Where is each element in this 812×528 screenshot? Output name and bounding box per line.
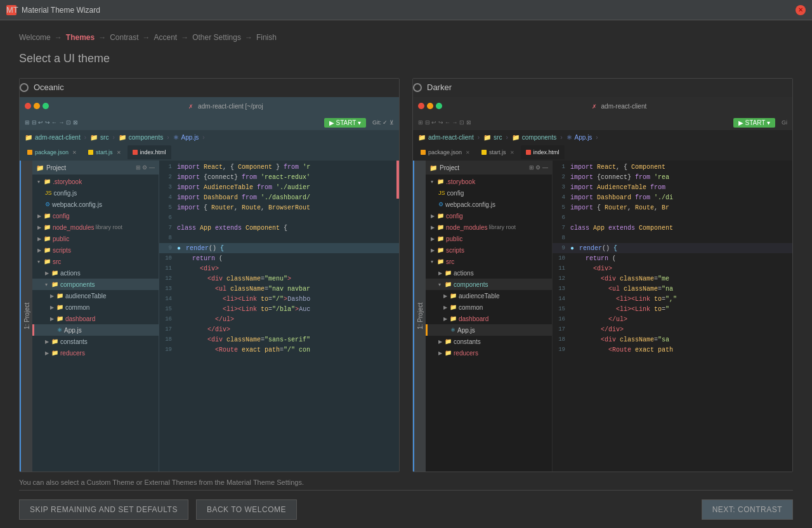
ide-mockup-darker: ✗ adm-react-client ⊞ ⊟ ↩ ↪ ← → ⊡ ⊠ ▶ STA…	[413, 97, 792, 472]
dcode-line-7: 7 class App extends Component	[553, 223, 792, 233]
ide-content-oceanic: 1: Project 📁 Project ⊞ ⚙ — ▾	[20, 161, 399, 472]
theme-label-darker[interactable]: Darker	[413, 79, 792, 97]
code-line-8: 8	[159, 233, 399, 243]
code-lines-oceanic: 1 import React, { Component } from 'r 2 …	[159, 161, 399, 472]
theme-name-darker: Darker	[427, 82, 452, 92]
tree-components-oceanic[interactable]: ▾ 📁 components	[32, 279, 159, 290]
tree-webpack-darker[interactable]: ⚙ webpack.config.js	[426, 199, 552, 210]
breadcrumb-other-settings[interactable]: Other Settings	[192, 33, 241, 42]
vertical-tab-darker[interactable]: 1: Project	[413, 161, 426, 472]
tab-package-json-darker[interactable]: package.json ✕	[416, 145, 475, 159]
ide-mockup-oceanic: ✗ adm-react-client [~/proj ⊞ ⊟ ↩ ↪ ← → ⊡…	[20, 97, 399, 472]
tree-constants-darker[interactable]: ▶ 📁 constants	[426, 336, 552, 347]
tree-config-oceanic[interactable]: ▶ 📁 config	[32, 210, 159, 221]
dcode-line-12: 12 <div className="me	[553, 274, 792, 284]
breadcrumb-finish[interactable]: Finish	[256, 33, 277, 42]
next-button[interactable]: NEXT: CONTRAST	[702, 499, 793, 520]
skip-button[interactable]: SKIP REMAINING AND SET DEFAULTS	[19, 499, 188, 520]
theme-card-oceanic[interactable]: Oceanic ✗ adm-react-client [~/proj	[19, 78, 400, 472]
app-icon: MT	[6, 5, 16, 15]
code-editor-oceanic: 1 import React, { Component } from 'r 2 …	[159, 161, 399, 472]
dcode-line-18: 18 <div className="sa	[553, 334, 792, 345]
sidebar-tree-oceanic: ▾ 📁 .storybook JS config.js	[32, 175, 159, 472]
tree-actions-oceanic[interactable]: ▶ 📁 actions	[32, 267, 159, 279]
close-button[interactable]: ✕	[796, 5, 806, 15]
tab-start-js-oceanic[interactable]: start.js ✕	[83, 145, 126, 159]
theme-radio-oceanic[interactable]	[20, 83, 29, 92]
tree-audience-darker[interactable]: ▶ 📁 audienceTable	[426, 290, 552, 301]
ide-sidebar-oceanic: 📁 Project ⊞ ⚙ — ▾ 📁 .storybook	[32, 161, 159, 472]
tree-config-js-oceanic[interactable]: JS config.js	[32, 187, 159, 199]
code-editor-darker: 1 import React, { Component 2 import {co…	[553, 161, 792, 472]
tree-audience-oceanic[interactable]: ▶ 📁 audienceTable	[32, 290, 159, 301]
dcode-line-6: 6	[553, 213, 792, 223]
tree-scripts-oceanic[interactable]: ▶ 📁 scripts	[32, 244, 159, 256]
code-line-14: 14 <li><Link to="/">Dashbo	[159, 294, 399, 304]
breadcrumb-accent[interactable]: Accent	[154, 33, 178, 42]
tree-storybook-darker[interactable]: ▾ 📁 .storybook	[426, 176, 552, 187]
tree-storybook-oceanic[interactable]: ▾ 📁 .storybook	[32, 176, 159, 187]
code-lines-darker: 1 import React, { Component 2 import {co…	[553, 161, 792, 472]
sidebar-tree-darker: ▾ 📁 .storybook JS config	[426, 175, 552, 472]
tl-yellow-darker[interactable]	[427, 103, 433, 109]
start-btn-oceanic[interactable]: ▶ START ▾	[324, 118, 366, 128]
tab-index-html-darker[interactable]: index.html	[521, 145, 565, 159]
code-line-3: 3 import AudienceTable from './audier	[159, 182, 399, 192]
vertical-tab-oceanic[interactable]: 1: Project	[20, 161, 32, 472]
traffic-lights-darker	[418, 103, 442, 109]
tl-red-darker[interactable]	[418, 103, 424, 109]
ide-breadcrumb-oceanic: 📁adm-react-client › 📁src › 📁components ›…	[20, 130, 399, 144]
tree-dashboard-darker[interactable]: ▶ 📁 dashboard	[426, 313, 552, 324]
tree-app-js-darker[interactable]: ⚛ App.js	[426, 324, 552, 336]
code-line-9: 9 ● render() {	[159, 243, 399, 253]
ide-breadcrumb-darker: 📁adm-react-client › 📁src › 📁components ›…	[413, 130, 792, 144]
tab-index-html-oceanic[interactable]: index.html	[128, 145, 171, 159]
tl-green-oceanic[interactable]	[43, 103, 49, 109]
tree-constants-oceanic[interactable]: ▶ 📁 constants	[32, 336, 159, 347]
tab-start-js-darker[interactable]: start.js ✕	[476, 145, 520, 159]
code-line-15: 15 <li><Link to="/bla">Auc	[159, 304, 399, 314]
sidebar-wrapper-oceanic: 1: Project 📁 Project ⊞ ⚙ — ▾	[20, 161, 159, 472]
tree-src-oceanic[interactable]: ▾ 📁 src	[32, 256, 159, 267]
breadcrumb: Welcome → Themes → Contrast → Accent → O…	[19, 33, 793, 42]
breadcrumb-contrast[interactable]: Contrast	[110, 33, 138, 42]
tree-reducers-oceanic[interactable]: ▶ 📁 reducers	[32, 347, 159, 359]
tree-scripts-darker[interactable]: ▶ 📁 scripts	[426, 244, 552, 256]
tree-public-oceanic[interactable]: ▶ 📁 public	[32, 233, 159, 244]
title-bar: MT Material Theme Wizard ✕	[0, 0, 812, 20]
tree-config-darker[interactable]: JS config	[426, 187, 552, 199]
code-line-10: 10 return (	[159, 253, 399, 263]
theme-card-darker[interactable]: Darker ✗ adm-react-client	[412, 78, 793, 472]
dcode-line-17: 17 </div>	[553, 324, 792, 334]
tl-green-darker[interactable]	[436, 103, 442, 109]
scrollbar-oceanic[interactable]	[396, 161, 399, 199]
tree-webpack-oceanic[interactable]: ⚙ webpack.config.js	[32, 199, 159, 210]
tree-app-js-oceanic[interactable]: ⚛ App.js	[32, 324, 159, 336]
tree-node-modules-darker[interactable]: ▶ 📁 node_modules library root	[426, 221, 552, 233]
tree-dashboard-oceanic[interactable]: ▶ 📁 dashboard	[32, 313, 159, 324]
project-label-darker: 📁 Project ⊞ ⚙ —	[426, 161, 552, 175]
tree-reducers-darker[interactable]: ▶ 📁 reducers	[426, 347, 552, 359]
tl-yellow-oceanic[interactable]	[34, 103, 40, 109]
window-title: Material Theme Wizard	[22, 6, 796, 15]
dcode-line-5: 5 import { Router, Route, Br	[553, 202, 792, 213]
breadcrumb-themes[interactable]: Themes	[66, 33, 95, 42]
tree-public-darker[interactable]: ▶ 📁 public	[426, 233, 552, 244]
tree-common-darker[interactable]: ▶ 📁 common	[426, 301, 552, 313]
theme-radio-darker[interactable]	[413, 83, 422, 92]
dcode-line-9: 9 ● render() {	[553, 243, 792, 253]
tree-common-oceanic[interactable]: ▶ 📁 common	[32, 301, 159, 313]
tree-config-folder-darker[interactable]: ▶ 📁 config	[426, 210, 552, 221]
tab-package-json-oceanic[interactable]: package.json ✕	[22, 145, 82, 159]
tl-red-oceanic[interactable]	[25, 103, 31, 109]
start-btn-darker[interactable]: ▶ START ▾	[733, 118, 775, 128]
tree-node-modules-oceanic[interactable]: ▶ 📁 node_modules library root	[32, 221, 159, 233]
dcode-line-2: 2 import {connect} from 'rea	[553, 172, 792, 182]
tree-src-darker[interactable]: ▾ 📁 src	[426, 256, 552, 267]
tree-actions-darker[interactable]: ▶ 📁 actions	[426, 267, 552, 279]
dcode-line-19: 19 <Route exact path	[553, 345, 792, 355]
breadcrumb-welcome[interactable]: Welcome	[19, 33, 51, 42]
back-button[interactable]: BACK TO WELCOME	[196, 499, 297, 520]
theme-label-oceanic[interactable]: Oceanic	[20, 79, 399, 97]
tree-components-darker[interactable]: ▾ 📁 components	[426, 279, 552, 290]
